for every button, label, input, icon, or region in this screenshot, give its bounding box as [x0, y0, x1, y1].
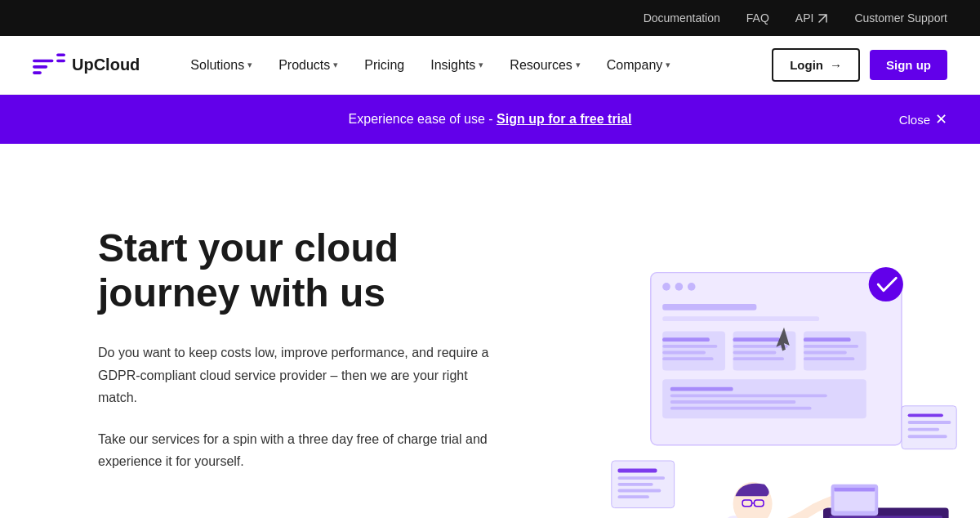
svg-rect-22: [804, 337, 851, 342]
svg-rect-28: [670, 394, 827, 397]
solutions-nav-item[interactable]: Solutions ▾: [179, 51, 264, 79]
svg-rect-27: [670, 387, 733, 391]
login-arrow-icon: →: [830, 58, 842, 72]
hero-paragraph-2: Take our services for a spin with a thre…: [98, 428, 506, 472]
svg-rect-25: [804, 357, 854, 360]
svg-rect-56: [834, 488, 875, 492]
svg-rect-66: [908, 428, 939, 431]
svg-rect-19: [733, 351, 777, 355]
hero-content: Start your cloud journey with us Do you …: [98, 209, 539, 492]
hero-section: Start your cloud journey with us Do you …: [0, 144, 980, 518]
hero-paragraph-1: Do you want to keep costs low, improve p…: [98, 342, 506, 409]
banner-text: Experience ease of use - Sign up for a f…: [349, 112, 632, 127]
svg-point-6: [662, 283, 670, 291]
svg-rect-67: [908, 435, 947, 438]
svg-rect-63: [902, 406, 956, 449]
close-banner-button[interactable]: Close ✕: [899, 110, 947, 128]
customer-support-link[interactable]: Customer Support: [854, 11, 947, 25]
svg-rect-1: [33, 65, 47, 69]
company-nav-item[interactable]: Company ▾: [595, 51, 682, 79]
svg-rect-20: [733, 357, 784, 360]
free-trial-link[interactable]: Sign up for a free trial: [497, 112, 631, 126]
svg-rect-23: [804, 345, 858, 348]
svg-rect-58: [617, 469, 657, 473]
svg-rect-61: [617, 489, 661, 493]
svg-rect-64: [908, 413, 943, 417]
documentation-link[interactable]: Documentation: [644, 11, 720, 25]
logo-icon: [33, 53, 65, 78]
svg-rect-30: [670, 407, 812, 410]
logo-text: UpCloud: [72, 56, 140, 74]
insights-nav-item[interactable]: Insights ▾: [419, 51, 495, 79]
nav-items: Solutions ▾ Products ▾ Pricing Insights …: [179, 51, 772, 79]
api-link[interactable]: API: [795, 11, 829, 25]
svg-rect-10: [662, 316, 819, 321]
svg-rect-3: [56, 53, 65, 56]
insights-chevron-icon: ▾: [479, 60, 483, 70]
svg-rect-17: [733, 337, 781, 342]
svg-rect-24: [804, 351, 847, 355]
nav-actions: Login → Sign up: [772, 48, 947, 82]
logo[interactable]: UpCloud: [33, 53, 140, 78]
products-nav-item[interactable]: Products ▾: [267, 51, 350, 79]
svg-rect-9: [662, 304, 756, 310]
svg-rect-13: [662, 345, 717, 348]
faq-link[interactable]: FAQ: [746, 11, 769, 25]
resources-chevron-icon: ▾: [576, 60, 581, 70]
svg-point-7: [675, 283, 684, 291]
hero-illustration: [588, 226, 980, 518]
external-link-icon: [817, 12, 828, 24]
products-chevron-icon: ▾: [333, 60, 338, 70]
close-icon: ✕: [935, 110, 947, 128]
svg-rect-15: [662, 357, 713, 360]
svg-rect-4: [56, 59, 65, 62]
top-bar: Documentation FAQ API Customer Support: [0, 0, 980, 36]
svg-point-31: [869, 267, 903, 301]
main-nav: UpCloud Solutions ▾ Products ▾ Pricing I…: [0, 36, 980, 95]
login-button[interactable]: Login →: [772, 48, 860, 82]
promo-banner: Experience ease of use - Sign up for a f…: [0, 95, 980, 144]
svg-rect-65: [908, 421, 951, 424]
svg-rect-14: [662, 351, 706, 355]
svg-rect-62: [617, 495, 648, 498]
svg-rect-12: [662, 337, 710, 342]
svg-point-8: [688, 283, 696, 291]
svg-rect-59: [617, 476, 665, 480]
svg-rect-26: [662, 379, 866, 418]
hero-title: Start your cloud journey with us: [98, 226, 539, 315]
svg-rect-2: [33, 71, 42, 74]
company-chevron-icon: ▾: [666, 60, 670, 70]
svg-rect-0: [33, 59, 53, 62]
svg-rect-60: [617, 483, 653, 486]
solutions-chevron-icon: ▾: [247, 60, 252, 70]
svg-rect-29: [670, 400, 796, 404]
signup-button[interactable]: Sign up: [870, 50, 947, 80]
pricing-nav-item[interactable]: Pricing: [353, 51, 416, 79]
resources-nav-item[interactable]: Resources ▾: [498, 51, 591, 79]
